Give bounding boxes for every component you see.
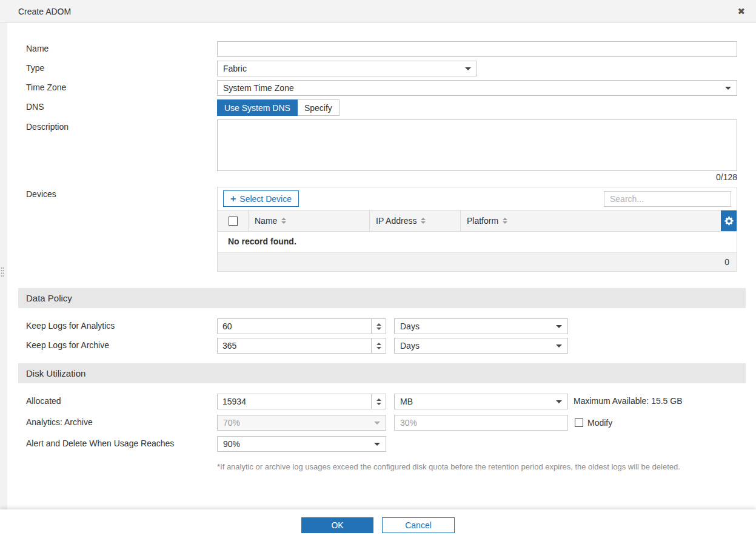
description-row: Description (18, 119, 737, 171)
analytics-days-input[interactable] (218, 319, 371, 334)
chevron-down-icon (725, 87, 731, 90)
column-header-name[interactable]: Name (248, 210, 369, 231)
devices-row: Devices + Select Device (18, 187, 737, 272)
archive-ratio-input[interactable] (394, 415, 568, 431)
dialog-body: Name Type Fabric Time Zone System Time Z… (7, 23, 756, 509)
archive-days-field (217, 338, 386, 354)
chevron-down-icon (465, 67, 471, 70)
description-counter: 0/128 (18, 171, 737, 187)
alert-delete-label: Alert and Delete When Usage Reaches (26, 436, 217, 448)
modify-control: Modify (575, 415, 612, 428)
section-header-data-policy: Data Policy (18, 288, 746, 308)
sort-icon[interactable] (421, 218, 426, 224)
time-zone-row: Time Zone System Time Zone (18, 80, 737, 96)
devices-toolbar: + Select Device (218, 187, 737, 210)
close-icon[interactable]: ✖ (737, 7, 745, 16)
disk-utilization-title: Disk Utilization (26, 368, 85, 378)
allocated-field (217, 394, 386, 409)
devices-table-header: Name IP Address Platform (218, 210, 737, 232)
name-input[interactable] (217, 41, 737, 57)
sort-icon[interactable] (281, 218, 286, 224)
alert-threshold-dropdown[interactable]: 90% (217, 436, 386, 452)
devices-table: + Select Device Name (217, 187, 737, 272)
allocated-input[interactable] (218, 394, 371, 409)
analytics-archive-row: Analytics: Archive 70% Modify (18, 415, 737, 431)
keep-logs-archive-label: Keep Logs for Archive (26, 338, 217, 350)
type-label: Type (26, 61, 217, 73)
section-header-disk-utilization: Disk Utilization (18, 363, 746, 383)
chevron-down-icon (556, 344, 562, 348)
archive-days-stepper[interactable] (371, 338, 386, 353)
analytics-ratio-value: 70% (223, 418, 240, 428)
device-search-input[interactable] (604, 191, 731, 207)
time-zone-dropdown-value: System Time Zone (223, 83, 294, 93)
select-all-checkbox[interactable] (229, 217, 238, 226)
name-label: Name (26, 41, 217, 53)
chevron-down-icon (556, 325, 562, 328)
dialog-header: Create ADOM ✖ (0, 0, 756, 23)
description-label: Description (26, 119, 217, 132)
dns-label: DNS (26, 99, 217, 112)
type-row: Type Fabric (18, 61, 737, 76)
time-zone-label: Time Zone (26, 80, 217, 92)
modify-checkbox[interactable] (575, 418, 583, 427)
archive-days-input[interactable] (218, 338, 371, 353)
chevron-down-icon (556, 400, 562, 403)
devices-table-footer: 0 (218, 252, 737, 271)
devices-count: 0 (724, 257, 729, 267)
analytics-unit-dropdown[interactable]: Days (394, 318, 568, 334)
time-zone-dropdown[interactable]: System Time Zone (217, 80, 737, 96)
ok-button[interactable]: OK (301, 517, 373, 533)
type-dropdown[interactable]: Fabric (217, 61, 477, 76)
keep-logs-archive-row: Keep Logs for Archive Days (18, 338, 737, 354)
archive-unit-dropdown[interactable]: Days (394, 338, 568, 354)
devices-label: Devices (26, 187, 217, 199)
resize-handle[interactable] (1, 267, 4, 279)
dialog-title: Create ADOM (18, 7, 71, 16)
allocated-row: Allocated MB Maximum Available: 15.5 GB (18, 394, 737, 409)
column-header-platform[interactable]: Platform (460, 210, 721, 231)
column-header-ip-address[interactable]: IP Address (369, 210, 460, 231)
dns-segmented-control: Use System DNS Specify (217, 99, 340, 116)
analytics-days-stepper[interactable] (371, 319, 386, 334)
modify-label: Modify (587, 418, 612, 428)
keep-logs-analytics-row: Keep Logs for Analytics Days (18, 318, 737, 334)
dns-option-specify[interactable]: Specify (298, 99, 340, 116)
alert-delete-row: Alert and Delete When Usage Reaches 90% (18, 436, 737, 452)
allocated-stepper[interactable] (371, 394, 386, 409)
column-header-ip-label: IP Address (376, 216, 416, 226)
name-row: Name (18, 41, 737, 57)
column-settings-button[interactable] (721, 210, 737, 231)
analytics-archive-label: Analytics: Archive (26, 415, 217, 427)
allocated-unit-value: MB (400, 397, 413, 406)
analytics-unit-value: Days (400, 321, 420, 331)
dns-option-use-system-dns[interactable]: Use System DNS (217, 99, 298, 116)
select-all-cell (218, 210, 248, 231)
archive-unit-value: Days (400, 341, 420, 351)
allocated-unit-dropdown[interactable]: MB (394, 394, 568, 409)
sort-icon[interactable] (503, 218, 507, 224)
column-header-name-label: Name (255, 216, 277, 226)
analytics-ratio-dropdown[interactable]: 70% (217, 415, 386, 431)
keep-logs-analytics-label: Keep Logs for Analytics (26, 318, 217, 331)
devices-empty-message: No record found. (218, 232, 737, 252)
type-dropdown-value: Fabric (223, 64, 247, 73)
analytics-days-field (217, 318, 386, 334)
select-device-button-label: Select Device (239, 194, 292, 204)
gear-icon (724, 217, 734, 226)
chevron-down-icon (374, 422, 380, 425)
alert-threshold-value: 90% (223, 439, 240, 449)
dns-row: DNS Use System DNS Specify (18, 99, 737, 116)
plus-icon: + (230, 194, 236, 204)
disk-quota-footnote: *If analytic or archive log usages excee… (18, 462, 737, 471)
allocated-label: Allocated (26, 394, 217, 406)
cancel-button[interactable]: Cancel (382, 517, 455, 533)
column-header-platform-label: Platform (467, 216, 498, 226)
device-search (604, 191, 731, 207)
dialog-footer: OK Cancel (0, 509, 756, 541)
select-device-button[interactable]: + Select Device (223, 190, 299, 207)
data-policy-title: Data Policy (26, 293, 72, 303)
description-textarea[interactable] (217, 119, 737, 171)
maximum-available-note: Maximum Available: 15.5 GB (574, 394, 683, 406)
chevron-down-icon (374, 443, 380, 446)
